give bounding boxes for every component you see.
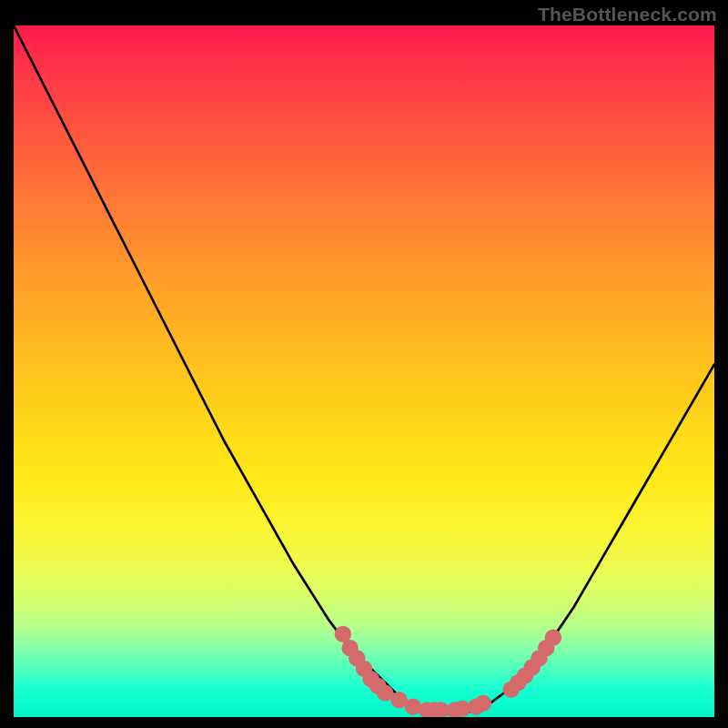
data-point [405,698,421,714]
watermark-text: TheBottleneck.com [538,4,717,25]
marker-group [335,626,561,717]
chart-area [14,25,714,717]
bottleneck-curve [14,25,714,713]
chart-svg [14,25,714,717]
data-point [475,695,491,712]
data-point [545,629,561,645]
